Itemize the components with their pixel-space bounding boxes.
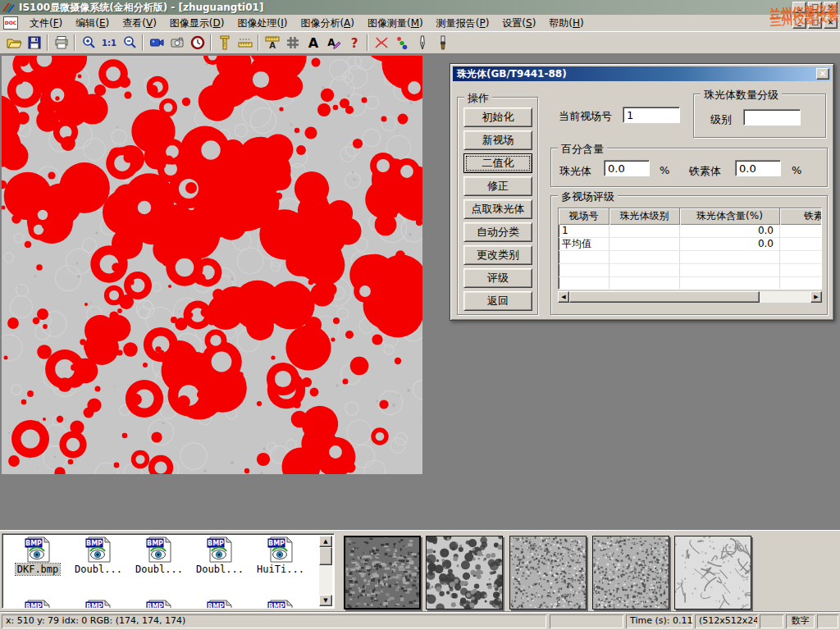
table-row[interactable]: 10.0 (559, 225, 821, 238)
file-list-scrollbar[interactable]: ▲ ▼ (319, 536, 332, 606)
table-header-cell: 珠光体级别 (609, 208, 680, 225)
file-item[interactable]: BMPDKF.bmp (7, 536, 68, 575)
menu-item-measure-report[interactable]: 测量报告(P) (430, 15, 496, 32)
pearlite-percent-input[interactable] (604, 160, 650, 176)
file-item[interactable]: BMPDoubl... (68, 536, 129, 575)
pen-icon (414, 34, 431, 51)
table-row[interactable] (559, 251, 821, 264)
file-item[interactable]: BMP (250, 600, 311, 609)
menu-item-image-analysis[interactable]: 图像分析(A) (294, 15, 361, 32)
image-size-status: (512x512x24) (695, 614, 757, 628)
annotate-button[interactable]: A (323, 33, 344, 52)
menu-item-edit[interactable]: 编辑(E) (69, 15, 116, 32)
pen-button[interactable] (412, 33, 432, 52)
brush-button[interactable] (432, 33, 453, 52)
auto-classify-button[interactable]: 自动分类 (463, 222, 532, 242)
points-button[interactable] (391, 33, 412, 52)
video-camera-button[interactable] (146, 33, 167, 52)
new-field-button[interactable]: 新视场 (463, 130, 532, 150)
menu-item-view[interactable]: 查看(V) (116, 15, 163, 32)
restore-button[interactable]: □ (808, 2, 822, 13)
menu-item-image-display[interactable]: 图像显示(D) (163, 15, 231, 32)
zoom-in-icon (80, 34, 97, 51)
file-item[interactable]: BMP (189, 600, 250, 609)
menu-item-file[interactable]: 文件(F) (23, 15, 69, 32)
bmp-file-icon: BMP (267, 600, 294, 609)
vertical-caliper-icon (217, 34, 233, 51)
scroll-left-icon[interactable]: ◀ (558, 291, 569, 303)
horizontal-ruler-button[interactable] (235, 33, 255, 52)
menu-item-settings[interactable]: 设置(S) (495, 15, 542, 32)
svg-text:BMP: BMP (208, 603, 224, 609)
sample-thumbnail[interactable] (344, 536, 421, 609)
menu-item-image-process[interactable]: 图像处理(I) (231, 15, 294, 32)
camera-button[interactable] (167, 33, 187, 52)
child-close-button[interactable]: × (824, 17, 838, 29)
binarize-button[interactable]: 二值化 (463, 153, 532, 173)
file-name-label: Doubl... (134, 564, 185, 575)
zoom-1to1-button[interactable]: 1:1 (98, 33, 119, 52)
text-button[interactable]: A (303, 33, 323, 52)
measure-text-button[interactable]: A (262, 33, 282, 52)
scroll-up-icon[interactable]: ▲ (319, 536, 332, 547)
menu-bar: DOC 文件(F)编辑(E)查看(V)图像显示(D)图像处理(I)图像分析(A)… (0, 15, 840, 31)
sample-thumbnail[interactable] (426, 536, 503, 609)
minimize-button[interactable]: _ (792, 2, 806, 13)
scrollbar-thumb[interactable] (569, 291, 760, 303)
initialize-button[interactable]: 初始化 (463, 107, 532, 127)
grade-input[interactable] (743, 109, 801, 126)
correct-button[interactable]: 修正 (463, 176, 532, 196)
file-listbox[interactable]: BMPDKF.bmpBMPDoubl...BMPDoubl...BMPDoubl… (2, 533, 335, 609)
table-row[interactable]: 平均值0.0 (559, 238, 821, 251)
table-horizontal-scrollbar[interactable]: ◀ ▶ (558, 291, 822, 303)
grade-button[interactable]: 评级 (463, 268, 532, 288)
curve-tool-button[interactable] (371, 33, 391, 52)
svg-text:BMP: BMP (147, 603, 163, 609)
micrograph-image[interactable] (2, 56, 422, 474)
scroll-right-icon[interactable]: ▶ (810, 291, 822, 303)
child-restore-button[interactable]: □ (808, 17, 822, 29)
file-item[interactable]: BMPHuiTi... (250, 536, 311, 575)
child-minimize-button[interactable]: _ (792, 17, 806, 29)
scroll-down-icon[interactable]: ▼ (319, 595, 332, 606)
multi-field-group: 多视场评级 视场号珠光体级别珠光体含量(%)铁素体含量(%)10.0平均值0.0… (550, 195, 828, 315)
ferrite-percent-input[interactable] (735, 160, 781, 176)
table-row[interactable] (559, 277, 821, 290)
table-header-cell: 铁素体含量(%) (780, 208, 822, 225)
pearlite-label: 珠光体 (559, 164, 591, 179)
table-row[interactable] (559, 264, 821, 277)
grade-table[interactable]: 视场号珠光体级别珠光体含量(%)铁素体含量(%)10.0平均值0.0 (558, 208, 822, 290)
pick-pearlite-button[interactable]: 点取珠光体 (463, 199, 532, 219)
zoom-in-button[interactable] (78, 33, 98, 52)
toolbar: 1:1AAA? (0, 31, 840, 54)
vertical-caliper-button[interactable] (214, 33, 235, 52)
file-item[interactable]: BMP (7, 600, 68, 609)
return-button[interactable]: 返回 (463, 291, 532, 311)
menu-item-image-measure[interactable]: 图像测量(M) (361, 15, 430, 32)
open-folder-button[interactable] (3, 33, 24, 52)
file-item[interactable]: BMPDoubl... (189, 536, 250, 575)
help-button[interactable]: ? (344, 33, 364, 52)
file-item[interactable]: BMP (129, 600, 189, 609)
save-button[interactable] (24, 33, 44, 52)
zoom-out-button[interactable] (119, 33, 139, 52)
annotate-icon: A (326, 34, 342, 51)
change-class-button[interactable]: 更改类别 (463, 245, 532, 265)
print-button[interactable] (51, 33, 71, 52)
sample-thumbnail[interactable] (674, 536, 751, 609)
current-field-input[interactable] (623, 107, 680, 123)
table-cell (680, 264, 780, 277)
file-item[interactable]: BMP (68, 600, 129, 609)
dialog-close-icon[interactable]: × (816, 68, 829, 80)
file-item[interactable]: BMPDoubl... (129, 536, 189, 575)
sample-thumbnail[interactable] (509, 536, 587, 609)
menu-item-help[interactable]: 帮助(H) (542, 15, 590, 32)
table-cell: 平均值 (559, 238, 609, 251)
sample-thumbnail[interactable] (592, 536, 669, 609)
video-camera-icon (148, 34, 165, 51)
scrollbar-thumb[interactable] (319, 547, 332, 565)
clock-button[interactable] (187, 33, 208, 52)
dialog-title-bar[interactable]: 珠光体(GB/T9441-88) × (453, 66, 831, 81)
grid-button[interactable] (282, 33, 303, 52)
close-button[interactable]: × (824, 2, 838, 13)
